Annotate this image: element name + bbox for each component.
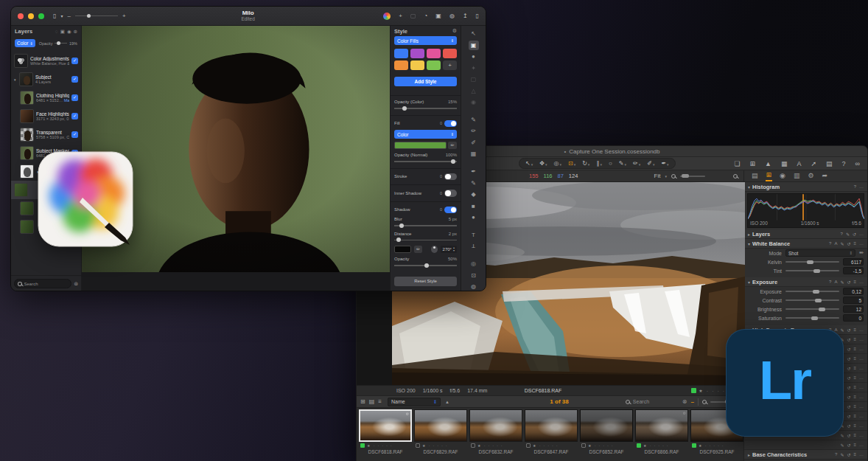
heal-tool-icon[interactable]: ● [469,52,479,61]
help-icon[interactable]: ? [842,160,846,167]
more-icon[interactable]: ◍ [449,13,455,19]
format-panel-icon[interactable]: ▯ [476,13,479,19]
thumb-rating[interactable]: ★ ∙ ∙ ∙ ∙ ∙ [699,443,724,448]
visibility-icon[interactable]: ◉ [67,29,71,35]
color-tag-green[interactable] [637,443,641,448]
thumbnails-icon[interactable]: ▣ [60,29,65,35]
thumbnail-image[interactable] [469,409,522,442]
capture-one-live-icon[interactable]: ∞ [855,160,860,167]
options-icon[interactable]: ⊛ [74,29,77,35]
focus-checker-icon[interactable] [733,174,738,178]
swatch-pink[interactable] [427,49,441,58]
help-icon[interactable]: ? [854,184,856,189]
layer-search[interactable] [14,279,71,288]
proof-profile-icon[interactable]: A [797,160,801,167]
loupe-tool[interactable]: ◎▾ [553,160,561,167]
zoom-button[interactable] [38,13,44,19]
preset-icon[interactable]: ≡ [853,414,856,418]
more-icon[interactable]: … [859,366,864,370]
more-icon[interactable]: … [859,375,864,380]
inner-shadow-toggle[interactable] [444,190,457,197]
zoom-in-icon[interactable]: + [122,13,126,19]
fill-color-well[interactable] [394,142,447,149]
rect-shape-tool-icon[interactable]: ■ [469,201,479,211]
white-balance-section-header[interactable]: ▾ White Balance ? A ✎ ↺ ≡ … [744,239,867,249]
stroke-toggle[interactable] [444,173,457,181]
tab-library[interactable]: ▤ [751,171,759,181]
more-icon[interactable]: … [859,232,864,237]
swatch-red[interactable] [443,49,457,58]
blur-slider[interactable] [394,225,457,226]
thumbnail-image[interactable]: ⚙ [635,409,688,442]
preset-icon[interactable]: ≡ [853,395,856,399]
edit-icon[interactable]: ✎ [840,443,844,448]
thumbnail-image[interactable]: ⚙ [359,409,412,442]
more-icon[interactable]: … [859,184,864,189]
thumb-rating[interactable]: ★ ∙ ∙ ∙ ∙ ∙ [643,443,669,448]
crop-icon[interactable]: ▢ [410,13,416,19]
brush-tool[interactable]: ✐▾ [647,160,654,167]
reset-icon[interactable]: ↺ [853,232,856,237]
color-tag-empty[interactable] [581,443,586,448]
pan-tool[interactable]: ✥▾ [539,160,547,167]
shadow-color-well[interactable] [394,246,411,253]
preset-icon[interactable]: ≡ [853,241,856,246]
eyedropper-icon[interactable]: ✏ [448,142,457,149]
thumb-rating[interactable]: ★ ∙ ∙ ∙ ∙ ∙ [477,443,503,448]
layer-visibility-checkbox[interactable] [71,131,78,138]
zoom-out-icon[interactable]: – [67,13,70,19]
reset-icon[interactable]: ↺ [847,423,850,429]
thumb-rating[interactable]: ★ ∙ ∙ ∙ ∙ ∙ [422,443,448,448]
type-tool-icon[interactable]: T [469,230,479,240]
reset-icon[interactable]: ↺ [847,452,850,457]
more-icon[interactable]: … [859,395,864,399]
exposure-slider[interactable] [785,291,839,292]
crop-tool-icon[interactable]: ⊡ [469,271,479,280]
paint-tool-icon[interactable]: ✎ [469,115,479,125]
thumbnail[interactable]: ★ ∙ ∙ ∙ ∙ ∙ DSCF6852.RAF [580,409,633,461]
layer-search-input[interactable] [24,282,69,286]
reset-icon[interactable]: ↺ [847,356,850,361]
reset-icon[interactable]: ↺ [847,347,850,352]
reset-icon[interactable]: ↺ [847,337,850,342]
filter-icon[interactable]: ◌ [55,29,58,34]
auto-icon[interactable]: A [834,241,837,246]
color-tag-empty[interactable] [416,443,420,448]
preset-icon[interactable]: ≡ [853,423,856,428]
ml-enhance-icon[interactable] [383,13,391,20]
close-button[interactable] [18,13,24,19]
edit-icon[interactable]: ✎ [840,327,844,333]
layer-row[interactable]: ▾ Subject4 Layers [11,70,81,89]
tools-icon[interactable]: ▣ [435,13,441,19]
color-tag-empty[interactable] [471,443,475,448]
opacity-normal-slider[interactable] [394,161,457,162]
filmstrip-view-icon[interactable]: ≡ [378,398,382,405]
swatch-blue[interactable] [394,49,408,58]
exposure-warning-icon[interactable]: ▲ [765,160,771,167]
more-icon[interactable]: … [859,337,864,342]
pencil-tool-icon[interactable]: ✏ [469,126,479,136]
swatch-yellow[interactable] [410,60,424,70]
preset-icon[interactable]: ≡ [853,327,856,333]
grid-overlay-icon[interactable]: ▦ [781,160,788,167]
fill-type-select[interactable]: Color ⇕ [394,130,457,139]
exposure-value[interactable]: 0,12 [843,288,864,295]
browser-layout-icon[interactable]: ⊞ [750,160,756,167]
keystone-tool[interactable]: ∥▾ [596,160,602,167]
more-icon[interactable]: … [859,414,864,418]
reset-icon[interactable]: ↺ [847,404,850,409]
sort-ascending-icon[interactable]: ▲ [445,400,449,404]
more-icon[interactable]: … [859,385,864,389]
tab-export[interactable]: ➦ [822,171,829,181]
reset-icon[interactable]: ↺ [847,327,850,333]
swatch-orange[interactable] [394,60,408,70]
layers-section-header[interactable]: ▸ Layers ? ✎ ↺ … [744,229,867,239]
layer-visibility-checkbox[interactable] [71,76,78,83]
shadow-opacity-slider[interactable] [394,265,457,266]
color-tag-green[interactable] [360,443,365,448]
shadow-toggle[interactable] [444,207,457,214]
thumbnail-image[interactable] [525,409,578,442]
edit-icon[interactable]: ✎ [846,232,850,237]
preset-icon[interactable]: ≡ [853,385,856,389]
preset-icon[interactable]: ≡ [853,337,856,342]
